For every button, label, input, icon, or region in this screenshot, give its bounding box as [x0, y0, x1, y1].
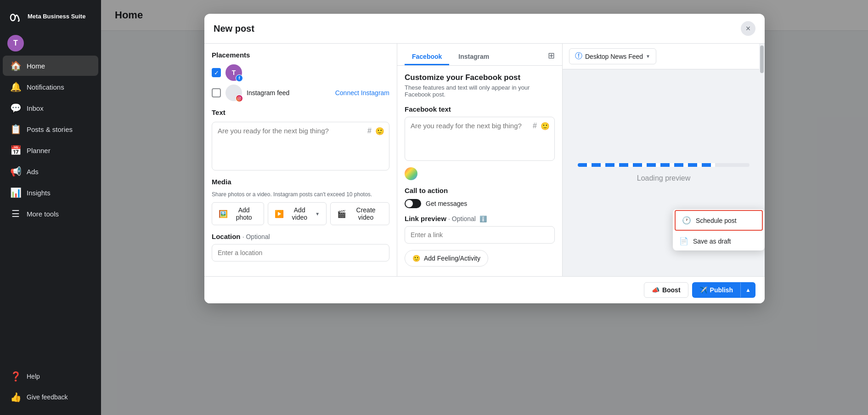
preview-toolbar: ⓕ Desktop News Feed ▼ — [563, 44, 765, 69]
publish-main-button[interactable]: ✈️ Publish — [692, 282, 741, 298]
notifications-icon: 🔔 — [10, 81, 21, 92]
facebook-checkbox[interactable]: ✓ — [212, 68, 221, 77]
add-photo-icon: 🖼️ — [219, 210, 228, 218]
sidebar-logo: Meta Business Suite — [0, 0, 101, 31]
post-text-input[interactable] — [218, 127, 383, 164]
cta-toggle[interactable] — [405, 199, 421, 208]
feeling-icon: 🙂 — [412, 255, 420, 262]
feeling-activity-button[interactable]: 🙂 Add Feeling/Activity — [405, 250, 488, 267]
location-section: Location · Optional — [212, 233, 389, 262]
location-optional: · Optional — [242, 233, 270, 240]
modal-close-button[interactable]: × — [741, 21, 755, 36]
sidebar-label-insights: Insights — [27, 189, 51, 197]
schedule-icon: 🕐 — [682, 216, 691, 225]
sidebar-label-ads: Ads — [27, 168, 39, 176]
inbox-icon: 💬 — [10, 102, 21, 114]
sidebar-item-help[interactable]: ❓ Help — [3, 366, 98, 387]
sidebar-item-ads[interactable]: 📢 Ads — [3, 161, 98, 182]
modal-title: New post — [214, 23, 254, 34]
tab-facebook[interactable]: Facebook — [405, 49, 449, 65]
instagram-avatar — [225, 85, 242, 101]
emoji-icon[interactable]: 🙂 — [375, 127, 384, 136]
main-area: Home New post × Placements ✓ — [101, 0, 868, 415]
draft-icon: 📄 — [679, 237, 688, 245]
modal-overlay: New post × Placements ✓ T f — [101, 0, 868, 415]
link-optional-tag: · Optional — [448, 215, 476, 222]
modal-body: Placements ✓ T f — [204, 44, 765, 276]
sidebar-bottom: ❓ Help 👍 Give feedback — [0, 366, 101, 415]
colorful-icon[interactable] — [405, 167, 417, 180]
sidebar-label-posts: Posts & stories — [27, 125, 73, 133]
sidebar-item-insights[interactable]: 📊 Insights — [3, 182, 98, 203]
add-video-chevron[interactable]: ▼ — [315, 211, 320, 216]
middle-content: Customize your Facebook post These featu… — [397, 66, 562, 276]
media-section: Media Share photos or a video. Instagram… — [212, 178, 389, 225]
connect-instagram-link[interactable]: Connect Instagram — [335, 89, 389, 97]
sidebar-label-feedback: Give feedback — [27, 393, 68, 401]
publish-dropdown-toggle[interactable]: ▲ — [740, 283, 755, 297]
new-post-modal: New post × Placements ✓ T f — [204, 14, 765, 303]
media-subtitle: Share photos or a video. Instagram posts… — [212, 191, 389, 198]
add-photo-button[interactable]: 🖼️ Add photo — [212, 202, 264, 225]
schedule-post-item[interactable]: 🕐 Schedule post — [675, 210, 763, 231]
text-area-wrapper: # 🙂 — [212, 122, 389, 171]
loading-bar-container — [578, 163, 750, 167]
customize-title: Customize your Facebook post — [405, 73, 555, 82]
sidebar-item-posts[interactable]: 📋 Posts & stories — [3, 119, 98, 139]
add-video-button[interactable]: ▶️ Add video ▼ — [268, 202, 327, 225]
textarea-icons: # 🙂 — [367, 127, 384, 136]
preview-dropdown[interactable]: ⓕ Desktop News Feed ▼ — [569, 48, 656, 64]
cta-label: Call to action — [405, 187, 555, 194]
feeling-label: Add Feeling/Activity — [424, 255, 480, 262]
instagram-badge — [236, 95, 243, 102]
preview-dropdown-chevron: ▼ — [646, 54, 650, 59]
loading-preview-text: Loading preview — [637, 174, 691, 182]
sidebar-item-inbox[interactable]: 💬 Inbox — [3, 98, 98, 118]
platform-tabs: Facebook Instagram ⊞ — [397, 44, 562, 66]
meta-logo-icon — [7, 8, 24, 25]
fb-textarea-wrapper: # 🙂 — [405, 117, 555, 161]
sidebar-item-more-tools[interactable]: ☰ More tools — [3, 204, 98, 224]
sidebar-label-notifications: Notifications — [27, 83, 64, 91]
app-name: Meta Business Suite — [28, 13, 85, 21]
location-label: Location · Optional — [212, 233, 389, 240]
publish-send-icon: ✈️ — [699, 286, 707, 294]
sidebar-item-home[interactable]: 🏠 Home — [3, 56, 98, 76]
sidebar-item-feedback[interactable]: 👍 Give feedback — [3, 387, 98, 407]
sidebar-item-notifications[interactable]: 🔔 Notifications — [3, 77, 98, 97]
boost-icon: 📣 — [652, 286, 659, 294]
schedule-post-label: Schedule post — [696, 217, 737, 224]
save-draft-item[interactable]: 📄 Save as draft — [673, 232, 765, 250]
fb-text-input[interactable] — [411, 122, 549, 154]
facebook-badge: f — [236, 74, 243, 82]
sidebar: Meta Business Suite T 🏠 Home 🔔 Notificat… — [0, 0, 101, 415]
create-video-icon: 🎬 — [337, 210, 346, 218]
fb-emoji-icon[interactable]: 🙂 — [541, 122, 550, 131]
svg-point-4 — [240, 97, 240, 98]
tab-instagram[interactable]: Instagram — [451, 49, 496, 65]
placements-section: Placements ✓ T f — [212, 51, 389, 101]
cta-toggle-row: Get messages — [405, 199, 555, 208]
create-video-button[interactable]: 🎬 Create video — [330, 202, 389, 225]
fb-text-label: Facebook text — [405, 105, 555, 113]
location-input[interactable] — [212, 244, 389, 262]
sidebar-avatar: T — [7, 35, 24, 51]
save-draft-label: Save as draft — [693, 238, 731, 245]
toggle-knob — [406, 200, 413, 207]
hashtag-icon[interactable]: # — [367, 127, 372, 136]
preview-dropdown-label: Desktop News Feed — [585, 53, 643, 60]
add-video-icon: ▶️ — [275, 210, 284, 218]
publish-dropdown-popup: 🕐 Schedule post 📄 Save as draft — [673, 209, 765, 250]
middle-panel: Facebook Instagram ⊞ Customize your Face… — [397, 44, 563, 276]
boost-button[interactable]: 📣 Boost — [644, 282, 688, 298]
feedback-icon: 👍 — [10, 392, 21, 403]
more-tools-icon: ☰ — [10, 208, 21, 219]
fb-hashtag-icon[interactable]: # — [533, 122, 537, 131]
layout-toggle-icon[interactable]: ⊞ — [548, 51, 555, 61]
instagram-checkbox[interactable] — [212, 88, 221, 97]
sidebar-item-planner[interactable]: 📅 Planner — [3, 140, 98, 160]
placements-label: Placements — [212, 51, 389, 59]
link-preview-input[interactable] — [405, 226, 555, 244]
create-video-label: Create video — [349, 206, 383, 221]
customize-subtitle: These features and text will only appear… — [405, 84, 555, 98]
